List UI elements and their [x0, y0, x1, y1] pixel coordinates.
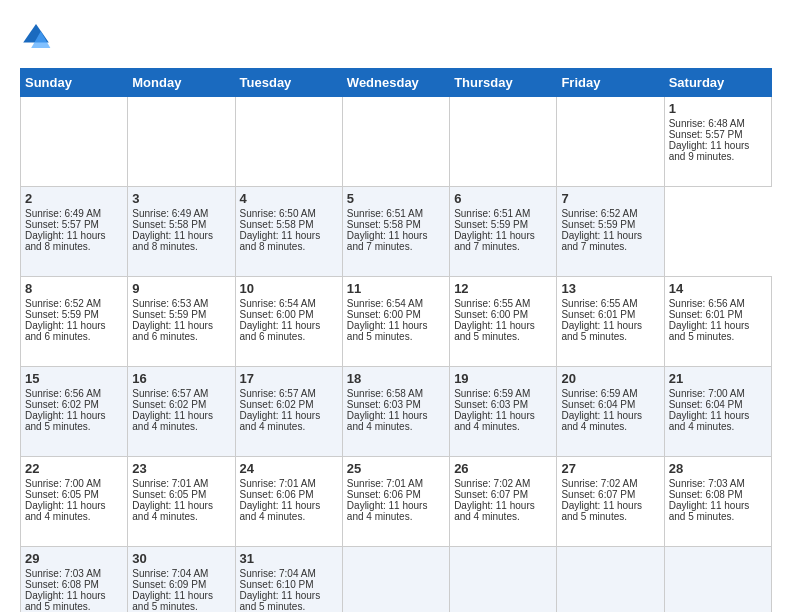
daylight-label: Daylight: 11 hours and 4 minutes.: [347, 500, 428, 522]
daylight-label: Daylight: 11 hours and 5 minutes.: [669, 500, 750, 522]
sunset-label: Sunset: 6:00 PM: [347, 309, 421, 320]
sunset-label: Sunset: 6:02 PM: [132, 399, 206, 410]
week-row-2: 2 Sunrise: 6:49 AM Sunset: 5:57 PM Dayli…: [21, 187, 772, 277]
sunset-label: Sunset: 5:58 PM: [347, 219, 421, 230]
day-number: 25: [347, 461, 445, 476]
sunrise-label: Sunrise: 7:03 AM: [669, 478, 745, 489]
day-number: 26: [454, 461, 552, 476]
sunrise-label: Sunrise: 7:02 AM: [561, 478, 637, 489]
day-cell: [450, 547, 557, 613]
sunrise-label: Sunrise: 7:00 AM: [669, 388, 745, 399]
sunset-label: Sunset: 6:00 PM: [240, 309, 314, 320]
day-cell: 8 Sunrise: 6:52 AM Sunset: 5:59 PM Dayli…: [21, 277, 128, 367]
day-cell: 6 Sunrise: 6:51 AM Sunset: 5:59 PM Dayli…: [450, 187, 557, 277]
day-header-sunday: Sunday: [21, 69, 128, 97]
day-header-tuesday: Tuesday: [235, 69, 342, 97]
day-number: 10: [240, 281, 338, 296]
day-cell: [128, 97, 235, 187]
sunset-label: Sunset: 6:06 PM: [347, 489, 421, 500]
week-row-6: 29 Sunrise: 7:03 AM Sunset: 6:08 PM Dayl…: [21, 547, 772, 613]
day-number: 27: [561, 461, 659, 476]
day-cell: 16 Sunrise: 6:57 AM Sunset: 6:02 PM Dayl…: [128, 367, 235, 457]
sunrise-label: Sunrise: 6:50 AM: [240, 208, 316, 219]
sunset-label: Sunset: 6:04 PM: [561, 399, 635, 410]
sunrise-label: Sunrise: 6:55 AM: [454, 298, 530, 309]
day-cell: 13 Sunrise: 6:55 AM Sunset: 6:01 PM Dayl…: [557, 277, 664, 367]
day-cell: 20 Sunrise: 6:59 AM Sunset: 6:04 PM Dayl…: [557, 367, 664, 457]
day-number: 9: [132, 281, 230, 296]
day-number: 3: [132, 191, 230, 206]
day-number: 16: [132, 371, 230, 386]
daylight-label: Daylight: 11 hours and 4 minutes.: [454, 410, 535, 432]
day-cell: [557, 547, 664, 613]
sunrise-label: Sunrise: 6:57 AM: [132, 388, 208, 399]
day-cell: [664, 547, 771, 613]
sunset-label: Sunset: 5:57 PM: [25, 219, 99, 230]
day-number: 19: [454, 371, 552, 386]
day-cell: 15 Sunrise: 6:56 AM Sunset: 6:02 PM Dayl…: [21, 367, 128, 457]
day-number: 22: [25, 461, 123, 476]
daylight-label: Daylight: 11 hours and 5 minutes.: [561, 500, 642, 522]
daylight-label: Daylight: 11 hours and 5 minutes.: [240, 590, 321, 612]
day-cell: 10 Sunrise: 6:54 AM Sunset: 6:00 PM Dayl…: [235, 277, 342, 367]
day-cell: [235, 97, 342, 187]
day-cell: 3 Sunrise: 6:49 AM Sunset: 5:58 PM Dayli…: [128, 187, 235, 277]
page-header: [20, 20, 772, 52]
daylight-label: Daylight: 11 hours and 4 minutes.: [454, 500, 535, 522]
day-number: 15: [25, 371, 123, 386]
day-cell: 27 Sunrise: 7:02 AM Sunset: 6:07 PM Dayl…: [557, 457, 664, 547]
daylight-label: Daylight: 11 hours and 6 minutes.: [240, 320, 321, 342]
daylight-label: Daylight: 11 hours and 5 minutes.: [454, 320, 535, 342]
logo: [20, 20, 56, 52]
day-cell: 11 Sunrise: 6:54 AM Sunset: 6:00 PM Dayl…: [342, 277, 449, 367]
daylight-label: Daylight: 11 hours and 5 minutes.: [132, 590, 213, 612]
daylight-label: Daylight: 11 hours and 4 minutes.: [669, 410, 750, 432]
day-number: 5: [347, 191, 445, 206]
sunrise-label: Sunrise: 7:01 AM: [240, 478, 316, 489]
day-number: 24: [240, 461, 338, 476]
sunset-label: Sunset: 6:06 PM: [240, 489, 314, 500]
sunrise-label: Sunrise: 6:52 AM: [25, 298, 101, 309]
sunrise-label: Sunrise: 6:59 AM: [454, 388, 530, 399]
day-number: 29: [25, 551, 123, 566]
day-number: 1: [669, 101, 767, 116]
day-cell: 19 Sunrise: 6:59 AM Sunset: 6:03 PM Dayl…: [450, 367, 557, 457]
sunrise-label: Sunrise: 7:01 AM: [347, 478, 423, 489]
sunrise-label: Sunrise: 6:49 AM: [132, 208, 208, 219]
day-header-wednesday: Wednesday: [342, 69, 449, 97]
day-cell: 29 Sunrise: 7:03 AM Sunset: 6:08 PM Dayl…: [21, 547, 128, 613]
day-cell: 14 Sunrise: 6:56 AM Sunset: 6:01 PM Dayl…: [664, 277, 771, 367]
week-row-3: 8 Sunrise: 6:52 AM Sunset: 5:59 PM Dayli…: [21, 277, 772, 367]
sunrise-label: Sunrise: 6:53 AM: [132, 298, 208, 309]
sunrise-label: Sunrise: 7:04 AM: [132, 568, 208, 579]
daylight-label: Daylight: 11 hours and 5 minutes.: [25, 410, 106, 432]
day-number: 23: [132, 461, 230, 476]
sunrise-label: Sunrise: 6:59 AM: [561, 388, 637, 399]
day-cell: 9 Sunrise: 6:53 AM Sunset: 5:59 PM Dayli…: [128, 277, 235, 367]
sunset-label: Sunset: 6:04 PM: [669, 399, 743, 410]
sunrise-label: Sunrise: 6:57 AM: [240, 388, 316, 399]
day-header-friday: Friday: [557, 69, 664, 97]
sunrise-label: Sunrise: 6:58 AM: [347, 388, 423, 399]
daylight-label: Daylight: 11 hours and 8 minutes.: [240, 230, 321, 252]
sunset-label: Sunset: 6:08 PM: [669, 489, 743, 500]
calendar-table: SundayMondayTuesdayWednesdayThursdayFrid…: [20, 68, 772, 612]
day-cell: 21 Sunrise: 7:00 AM Sunset: 6:04 PM Dayl…: [664, 367, 771, 457]
sunset-label: Sunset: 6:00 PM: [454, 309, 528, 320]
daylight-label: Daylight: 11 hours and 4 minutes.: [240, 500, 321, 522]
day-cell: 5 Sunrise: 6:51 AM Sunset: 5:58 PM Dayli…: [342, 187, 449, 277]
day-cell: 2 Sunrise: 6:49 AM Sunset: 5:57 PM Dayli…: [21, 187, 128, 277]
day-cell: 30 Sunrise: 7:04 AM Sunset: 6:09 PM Dayl…: [128, 547, 235, 613]
sunset-label: Sunset: 6:07 PM: [561, 489, 635, 500]
day-number: 18: [347, 371, 445, 386]
daylight-label: Daylight: 11 hours and 8 minutes.: [25, 230, 106, 252]
sunset-label: Sunset: 6:09 PM: [132, 579, 206, 590]
daylight-label: Daylight: 11 hours and 5 minutes.: [347, 320, 428, 342]
week-row-5: 22 Sunrise: 7:00 AM Sunset: 6:05 PM Dayl…: [21, 457, 772, 547]
week-row-4: 15 Sunrise: 6:56 AM Sunset: 6:02 PM Dayl…: [21, 367, 772, 457]
sunset-label: Sunset: 5:59 PM: [132, 309, 206, 320]
sunrise-label: Sunrise: 7:01 AM: [132, 478, 208, 489]
sunset-label: Sunset: 6:05 PM: [25, 489, 99, 500]
sunset-label: Sunset: 5:58 PM: [132, 219, 206, 230]
daylight-label: Daylight: 11 hours and 4 minutes.: [347, 410, 428, 432]
